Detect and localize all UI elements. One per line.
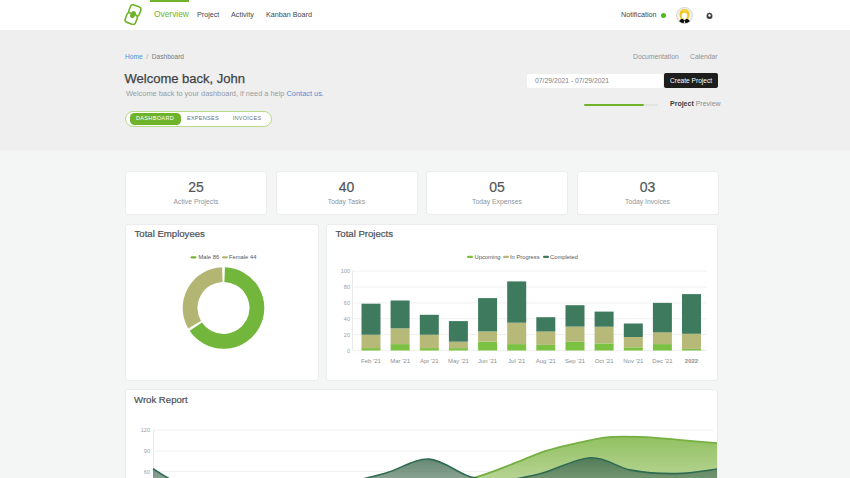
svg-text:Feb '21: Feb '21 xyxy=(361,358,381,364)
svg-text:40: 40 xyxy=(344,316,350,322)
svg-text:60: 60 xyxy=(344,300,350,306)
svg-text:2022: 2022 xyxy=(685,358,699,364)
svg-text:Apr '21: Apr '21 xyxy=(420,358,439,364)
svg-text:Dec '21: Dec '21 xyxy=(652,358,673,364)
svg-text:Jul '21: Jul '21 xyxy=(508,358,526,364)
svg-text:Female 44: Female 44 xyxy=(229,254,257,260)
svg-text:May '21: May '21 xyxy=(448,358,469,364)
svg-text:120: 120 xyxy=(141,427,150,433)
svg-text:In Progress: In Progress xyxy=(510,254,540,260)
svg-text:0: 0 xyxy=(347,348,350,354)
svg-text:90: 90 xyxy=(144,448,150,454)
svg-text:Mar '21: Mar '21 xyxy=(390,358,410,364)
svg-text:20: 20 xyxy=(344,332,350,338)
svg-text:Male 86: Male 86 xyxy=(199,254,220,260)
svg-text:Sep '21: Sep '21 xyxy=(565,358,586,364)
svg-text:Jun '21: Jun '21 xyxy=(478,358,498,364)
svg-text:60: 60 xyxy=(144,469,150,475)
svg-text:100: 100 xyxy=(341,268,350,274)
svg-text:Oct '21: Oct '21 xyxy=(595,358,614,364)
svg-text:Upcoming: Upcoming xyxy=(475,254,501,260)
svg-text:Nov '21: Nov '21 xyxy=(623,358,644,364)
svg-text:Aug '21: Aug '21 xyxy=(536,358,557,364)
svg-text:Completed: Completed xyxy=(550,254,578,260)
svg-text:80: 80 xyxy=(344,284,350,290)
